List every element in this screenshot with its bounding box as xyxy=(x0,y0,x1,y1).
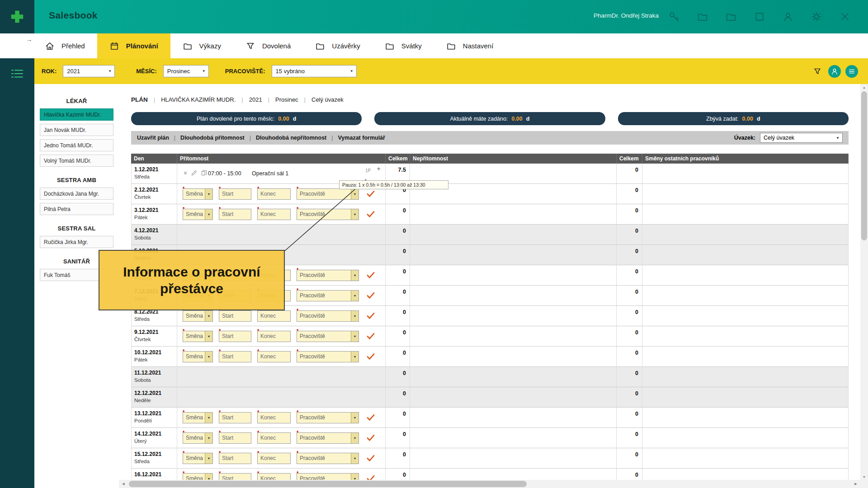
breadcrumb-item[interactable]: Celý úvazek xyxy=(311,96,344,103)
confirm-day-button[interactable] xyxy=(367,414,375,421)
workplace-select[interactable]: * Pracoviště ▼ xyxy=(297,209,359,220)
year-select[interactable]: 2021 ▼ xyxy=(63,65,115,77)
breadcrumb-item[interactable]: HLAVIČKA KAZIMÍR MUDR. xyxy=(161,96,236,103)
action-dlouhodoba-nepritomnost[interactable]: Dlouhodobá nepřítomnost xyxy=(256,135,326,141)
copy-entry-icon[interactable] xyxy=(201,170,207,176)
sidebar-item-rucicka-jirka-mgr[interactable]: Ručička Jirka Mgr. xyxy=(40,236,113,248)
confirm-day-button[interactable] xyxy=(367,292,375,299)
key-button[interactable] xyxy=(668,11,680,23)
start-time-input[interactable] xyxy=(219,473,251,480)
workplace-select[interactable]: 15 vybráno ▼ xyxy=(272,65,357,77)
start-time-input[interactable] xyxy=(219,188,251,200)
confirm-day-button[interactable] xyxy=(367,333,375,340)
tab-dovolena[interactable]: Dovolená xyxy=(233,33,303,58)
month-select[interactable]: Prosinec ▼ xyxy=(163,65,209,77)
shift-select[interactable]: * Směna ▼ xyxy=(183,209,213,220)
scroll-left-arrow-icon[interactable]: ◀ xyxy=(120,480,127,488)
menu-button[interactable] xyxy=(845,65,858,78)
confirm-day-button[interactable] xyxy=(367,190,375,197)
confirm-day-button[interactable] xyxy=(367,455,375,462)
end-time-input[interactable] xyxy=(257,473,291,480)
sidebar-item-volny-tomas-mudr[interactable]: Volný Tomáš MUDr. xyxy=(40,155,113,167)
horizontal-scrollbar[interactable]: ◀ ▶ xyxy=(119,480,860,488)
end-time-input[interactable] xyxy=(257,331,291,342)
workplace-select[interactable]: * Pracoviště ▼ xyxy=(297,453,359,464)
action-uzavrit-plan[interactable]: Uzavřít plán xyxy=(137,135,169,141)
close-button[interactable] xyxy=(839,11,851,23)
shift-select[interactable]: * Směna ▼ xyxy=(183,453,213,464)
breadcrumb-item[interactable]: 2021 xyxy=(249,96,262,103)
end-time-input[interactable] xyxy=(257,209,291,220)
scroll-right-arrow-icon[interactable]: ▶ xyxy=(852,480,859,488)
confirm-day-button[interactable] xyxy=(367,272,375,279)
tab-planovani[interactable]: Plánování xyxy=(97,33,170,58)
filter-button[interactable] xyxy=(811,65,824,78)
scroll-down-arrow-icon[interactable]: ▼ xyxy=(860,474,868,480)
workplace-select[interactable]: * Pracoviště ▼ xyxy=(297,270,359,281)
action-dlouhodoba-pritomnost[interactable]: Dlouhodobá přítomnost xyxy=(180,135,245,141)
sidebar-toggle-button[interactable] xyxy=(8,66,27,81)
add-shift-button[interactable]: + xyxy=(377,164,381,172)
user-button[interactable] xyxy=(782,11,794,23)
square-button[interactable] xyxy=(754,11,765,23)
confirm-day-button[interactable] xyxy=(367,312,375,319)
end-time-input[interactable] xyxy=(257,351,291,362)
contract-select[interactable]: Celý úvazek ▼ xyxy=(760,133,843,143)
folder-button[interactable] xyxy=(725,11,737,23)
shift-select[interactable]: * Směna ▼ xyxy=(183,188,213,200)
start-time-input[interactable] xyxy=(219,351,251,362)
confirm-day-button[interactable] xyxy=(367,211,375,218)
shift-select[interactable]: * Směna ▼ xyxy=(183,351,213,362)
tab-svatky[interactable]: Svátky xyxy=(373,33,434,58)
workplace-select[interactable]: * Pracoviště ▼ xyxy=(297,351,359,362)
sidebar-item-jedno-tomas-mudr[interactable]: Jedno Tomáš MUDr. xyxy=(40,139,113,151)
horizontal-scrollbar-thumb[interactable] xyxy=(129,481,527,487)
confirm-day-button[interactable] xyxy=(367,475,375,480)
app-logo[interactable] xyxy=(0,0,34,33)
scroll-up-arrow-icon[interactable]: ▲ xyxy=(860,84,868,90)
user-name[interactable]: PharmDr. Ondřej Straka xyxy=(594,12,659,19)
workplace-select[interactable]: * Pracoviště ▼ xyxy=(297,331,359,342)
start-time-input[interactable] xyxy=(219,331,251,342)
tab-vykazy[interactable]: Výkazy xyxy=(170,33,233,58)
breadcrumb-item[interactable]: Prosinec xyxy=(275,96,298,103)
user-button[interactable] xyxy=(828,65,841,78)
delete-entry-icon[interactable]: × xyxy=(184,170,187,176)
tab-uzaverky[interactable]: Uzávěrky xyxy=(303,33,373,58)
folder-button[interactable] xyxy=(697,11,708,23)
end-time-input[interactable] xyxy=(257,412,291,423)
confirm-day-button[interactable] xyxy=(367,353,375,360)
sidebar-item-jan-novak-mudr[interactable]: Jan Novák MUDr. xyxy=(40,124,113,136)
end-time-input[interactable] xyxy=(257,432,291,444)
tab-prehled[interactable]: Přehled xyxy=(33,33,97,58)
workplace-select[interactable]: * Pracoviště ▼ xyxy=(297,290,359,301)
shift-select[interactable]: * Směna ▼ xyxy=(183,432,213,444)
workplace-select[interactable]: * Pracoviště ▼ xyxy=(297,412,359,423)
start-time-input[interactable] xyxy=(219,310,251,322)
gear-button[interactable] xyxy=(811,11,822,23)
end-time-input[interactable] xyxy=(257,453,291,464)
workplace-select[interactable]: * Pracoviště ▼ xyxy=(297,432,359,444)
shift-select[interactable]: * Směna ▼ xyxy=(183,412,213,423)
sidebar-item-dochazkova-jana-mgr[interactable]: Docházková Jana Mgr. xyxy=(40,188,113,200)
sidebar-item-hlavicka-kazimir-mudr[interactable]: Hlavička Kazimír MUDr. xyxy=(40,108,113,121)
workplace-select[interactable]: * Pracoviště ▼ xyxy=(297,188,359,200)
confirm-day-button[interactable] xyxy=(367,434,375,441)
vertical-scrollbar-thumb[interactable] xyxy=(861,91,867,240)
action-vymazat-formular[interactable]: Vymazat formulář xyxy=(338,135,385,141)
start-time-input[interactable] xyxy=(219,432,251,444)
shift-select[interactable]: * Směna ▼ xyxy=(183,331,213,342)
workplace-select[interactable]: * Pracoviště ▼ xyxy=(297,310,359,322)
start-time-input[interactable] xyxy=(219,453,251,464)
workplace-select[interactable]: * Pracoviště ▼ xyxy=(297,473,359,480)
start-time-input[interactable] xyxy=(219,412,251,423)
end-time-input[interactable] xyxy=(257,188,291,200)
vertical-scrollbar[interactable]: ▲ ▼ xyxy=(860,84,868,480)
nav-collapse-arrow-icon[interactable]: → xyxy=(26,36,32,43)
sidebar-item-pilna-petra[interactable]: Pilná Petra xyxy=(40,203,113,215)
start-time-input[interactable] xyxy=(219,209,251,220)
tab-nastaveni[interactable]: Nastavení xyxy=(434,33,506,58)
shift-select[interactable]: * Směna ▼ xyxy=(183,473,213,480)
edit-entry-icon[interactable] xyxy=(191,170,197,176)
shift-select[interactable]: * Směna ▼ xyxy=(183,310,213,322)
